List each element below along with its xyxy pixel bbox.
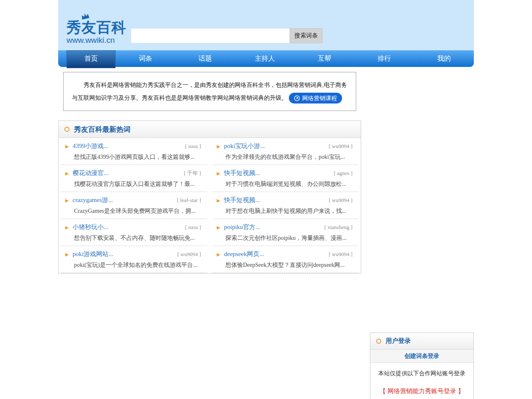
hotword-title-link[interactable]: poki游戏网站... xyxy=(72,250,113,258)
hotword-title-link[interactable]: 4399小游戏... xyxy=(72,142,108,150)
circle-arrow-icon xyxy=(294,95,300,101)
login-header: 用户登录 xyxy=(370,333,473,350)
triangle-bullet-icon: ▶ xyxy=(217,171,220,176)
hotword-title-link[interactable]: 樱花动漫官... xyxy=(72,169,108,177)
hotword-title-link[interactable]: poipiku官方... xyxy=(224,223,260,231)
triangle-bullet-icon: ▶ xyxy=(217,252,220,257)
hotword-desc: 想找正版4399小游戏网页版入口，看这篇就够... xyxy=(65,153,203,161)
hotword-desc: 想告别下载安装、不占内存、随时随地畅玩免... xyxy=(65,234,203,242)
triangle-bullet-icon: ▶ xyxy=(65,198,69,203)
content-column: 秀友百科 www.wwiki.cn 搜索词条 首页 词条 话题 主持人 互帮 排… xyxy=(58,0,474,399)
logo-url: www.wwiki.cn xyxy=(66,36,126,45)
hotwords-grid: ▶ 4399小游戏... [ susu ] 想找正版4399小游戏网页版入口，看… xyxy=(59,138,361,273)
partner-login-link[interactable]: 【 网络营销能力秀账号登录 】 xyxy=(370,387,473,395)
hotword-item: ▶ 4399小游戏... [ susu ] 想找正版4399小游戏网页版入口，看… xyxy=(61,138,207,165)
triangle-bullet-icon: ▶ xyxy=(217,225,220,230)
hotword-desc: 作为全球领先的在线游戏聚合平台，poki宝玩... xyxy=(217,153,355,161)
nav-tab-mine[interactable]: 我的 xyxy=(414,50,474,67)
create-entry-login-tab[interactable]: 创建词条登录 xyxy=(370,350,473,363)
hotwords-header: 秀友百科最新热词 xyxy=(59,121,361,138)
hotword-author: [ wu9094 ] xyxy=(329,143,354,150)
hotword-item: ▶ 樱花动漫官... [ 千年 ] 找樱花动漫官方版正版入口看这篇就够了！最..… xyxy=(61,165,207,192)
hotword-title-link[interactable]: 快手短视频... xyxy=(224,169,260,177)
search-input[interactable] xyxy=(131,28,290,43)
course-button-label: 网络营销课程 xyxy=(302,94,337,103)
hotword-title-link[interactable]: poki宝玩小游... xyxy=(224,142,265,150)
logo-title: 秀友百科 xyxy=(66,19,126,36)
hotword-desc: 探索二次元创作社区poipiku，海量插画、漫画... xyxy=(217,234,355,242)
triangle-bullet-icon: ▶ xyxy=(217,144,220,149)
hotword-desc: CrazyGames是全球头部免费网页游戏平台，拥... xyxy=(65,207,203,215)
hotwords-title: 秀友百科最新热词 xyxy=(74,125,131,134)
hotword-author: [ 千年 ] xyxy=(184,170,202,177)
login-note: 本站仅提供以下合作网站账号登录 xyxy=(370,370,473,377)
intro-box: 秀友百科是网络营销能力秀实践平台之一，是由秀友创建的网络百科全书，包括网络营销词… xyxy=(63,72,356,111)
nav-tab-topics[interactable]: 话题 xyxy=(175,50,235,67)
hotword-item: ▶ poki宝玩小游... [ wu9094 ] 作为全球领先的在线游戏聚合平台… xyxy=(213,138,359,165)
hotword-title-link[interactable]: 小猪秒玩小... xyxy=(72,223,108,231)
nav-tab-ranking[interactable]: 排行 xyxy=(355,50,414,67)
hotword-title-link[interactable]: 快手短视频... xyxy=(224,196,260,204)
hotword-item: ▶ poki游戏网站... [ wu9094 ] poki(宝玩)是一个全球知名… xyxy=(61,246,207,273)
nav-tab-hosts[interactable]: 主持人 xyxy=(235,50,295,67)
hotword-desc: 对于想在电脑上刷快手短视频的用户来说，找... xyxy=(217,207,355,215)
hotword-author: [ leaf-star ] xyxy=(177,197,203,204)
hotword-author: [ susu ] xyxy=(185,143,202,150)
hotword-title-link[interactable]: crazygames游... xyxy=(72,196,113,204)
hotword-item: ▶ poipiku官方... [ xiansheng ] 探索二次元创作社区po… xyxy=(213,219,359,246)
circle-bullet-icon xyxy=(376,339,381,344)
page: 秀友百科 www.wwiki.cn 搜索词条 首页 词条 话题 主持人 互帮 排… xyxy=(0,0,532,399)
hotword-desc: poki(宝玩)是一个全球知名的免费在线游戏平台... xyxy=(65,261,203,269)
hotword-item: ▶ 小猪秒玩小... [ susu ] 想告别下载安装、不占内存、随时随地畅玩免… xyxy=(61,219,207,246)
hotword-author: [ agnes ] xyxy=(334,170,354,177)
hotword-author: [ susu ] xyxy=(185,224,202,231)
main-nav: 首页 词条 话题 主持人 互帮 排行 我的 xyxy=(58,50,474,67)
site-header: 秀友百科 www.wwiki.cn 搜索词条 xyxy=(58,0,474,50)
nav-tab-help[interactable]: 互帮 xyxy=(295,50,355,67)
hotword-item: ▶ crazygames游... [ leaf-star ] CrazyGame… xyxy=(61,192,207,219)
hotword-title-link[interactable]: deepseek网页... xyxy=(224,250,264,258)
triangle-bullet-icon: ▶ xyxy=(65,225,69,230)
hotword-item: ▶ 快手短视频... [ wu9094 ] 对于想在电脑上刷快手短视频的用户来说… xyxy=(213,192,359,219)
hotword-item: ▶ deepseek网页... [ wu9094 ] 想体验DeepSeek大模… xyxy=(213,246,359,273)
nav-tab-entries[interactable]: 词条 xyxy=(116,50,175,67)
search-button[interactable]: 搜索词条 xyxy=(290,28,323,43)
circle-bullet-icon xyxy=(64,127,69,132)
hotword-author: [ xiansheng ] xyxy=(324,224,354,231)
nav-tab-home[interactable]: 首页 xyxy=(66,50,116,68)
triangle-bullet-icon: ▶ xyxy=(65,252,69,257)
course-button[interactable]: 网络营销课程 xyxy=(289,93,342,103)
hotword-author: [ wu9094 ] xyxy=(177,251,202,258)
hotword-desc: 对于习惯在电脑端浏览短视频、办公间隙放松... xyxy=(217,180,355,188)
hotword-author: [ wu9094 ] xyxy=(329,197,354,204)
hotwords-panel: 秀友百科最新热词 ▶ 4399小游戏... [ susu ] 想找正版4399小… xyxy=(58,121,361,273)
hotword-desc: 想体验DeepSeek大模型？直接访问deepseek网... xyxy=(217,261,355,269)
hotword-desc: 找樱花动漫官方版正版入口看这篇就够了！最... xyxy=(65,180,203,188)
triangle-bullet-icon: ▶ xyxy=(65,171,69,176)
site-logo[interactable]: 秀友百科 www.wwiki.cn xyxy=(66,12,126,45)
hotword-author: [ wu9094 ] xyxy=(329,251,354,258)
hotword-item: ▶ 快手短视频... [ agnes ] 对于习惯在电脑端浏览短视频、办公间隙放… xyxy=(213,165,359,192)
login-panel: 用户登录 创建词条登录 本站仅提供以下合作网站账号登录 【 网络营销能力秀账号登… xyxy=(370,332,474,399)
triangle-bullet-icon: ▶ xyxy=(65,144,69,149)
login-title: 用户登录 xyxy=(386,337,411,345)
triangle-bullet-icon: ▶ xyxy=(217,198,220,203)
